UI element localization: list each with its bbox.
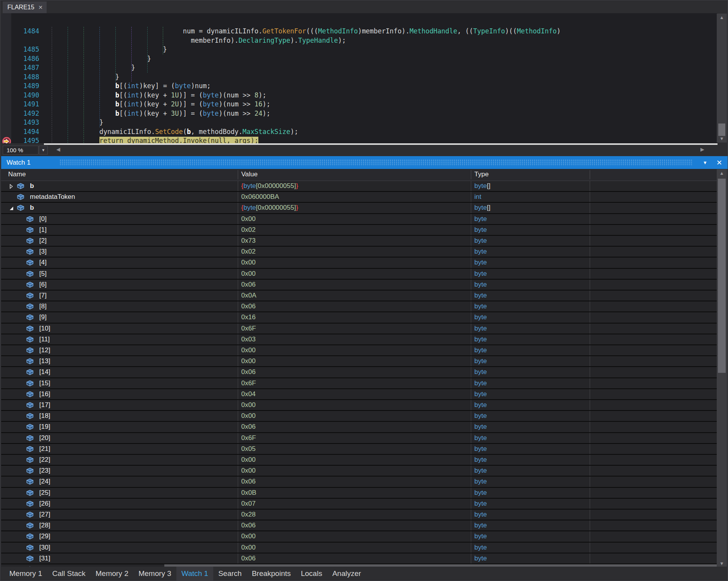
code-token: )(num >> [219,100,254,108]
watch-row[interactable]: [16]0x04byte [1,389,717,400]
code-line[interactable]: 1494 dynamicILInfo.SetCode(b, methodBody… [1,127,718,137]
tab-flare15[interactable]: FLARE15 ✕ [3,2,47,13]
tool-tab-call-stack[interactable]: Call Stack [47,567,91,581]
scroll-left-icon[interactable]: ◀ [56,146,60,152]
watch-type: byte [474,336,487,343]
watch-row[interactable]: [14]0x06byte [1,367,717,378]
tool-tab-watch-1[interactable]: Watch 1 [176,567,213,581]
code-token: num = dynamicILInfo. [183,27,263,35]
code-text: } [52,45,167,54]
watch-row[interactable]: [4]0x00byte [1,257,717,268]
watch-row[interactable]: [31]0x06byte [1,553,717,564]
watch-row[interactable]: [7]0x0Abyte [1,290,717,301]
watch-row[interactable]: [8]0x06byte [1,301,717,312]
watch-row[interactable]: [2]0x73byte [1,236,717,247]
code-line[interactable]: 1495 return dynamicMethod.Invoke(null, a… [1,136,718,143]
scroll-right-icon[interactable]: ▶ [700,146,704,152]
watch-row[interactable]: [25]0x0Bbyte [1,488,717,499]
code-token: ) [557,27,561,35]
watch-row[interactable]: [15]0x6Fbyte [1,378,717,389]
watch-row[interactable]: [10]0x6Fbyte [1,324,717,334]
watch-list[interactable]: b{byte[0x00000055]}byte[]metadataToken0x… [1,181,717,567]
column-splitter[interactable] [471,170,471,179]
column-splitter[interactable] [238,170,238,179]
watch-value: 0x06 [241,423,256,431]
watch-row[interactable]: [12]0x00byte [1,345,717,356]
watch-row[interactable]: [1]0x02byte [1,225,717,236]
code-line[interactable]: 1484 num = dynamicILInfo.GetTokenFor(((M… [1,27,718,36]
panel-menu-icon[interactable]: ▼ [703,156,707,169]
tool-tab-search[interactable]: Search [213,567,247,581]
field-icon [26,237,34,245]
watch-row[interactable]: [23]0x00byte [1,466,717,477]
watch-vscroll-thumb[interactable] [718,179,726,373]
watch-row[interactable]: [11]0x03byte [1,334,717,345]
watch-row[interactable]: [17]0x00byte [1,400,717,411]
code-line[interactable]: 1487 } [1,63,718,73]
column-splitter[interactable] [590,170,590,179]
watch-row[interactable]: [19]0x06byte [1,422,717,433]
watch-row[interactable]: metadataToken0x060000BAint [1,192,717,203]
watch-panel-header[interactable]: Watch 1 ▼ ✕ [1,156,728,169]
expander-expanded-icon[interactable] [8,205,14,211]
watch-row[interactable]: [28]0x06byte [1,520,717,531]
watch-row[interactable]: [9]0x16byte [1,312,717,323]
editor-hscroll-thumb[interactable] [44,143,718,145]
watch-row[interactable]: [21]0x05byte [1,444,717,455]
watch-row[interactable]: [18]0x00byte [1,411,717,422]
code-line[interactable]: 1485 } [1,45,718,54]
zoom-dropdown-button[interactable]: ▼ [39,146,48,155]
watch-row[interactable]: b{byte[0x00000055]}byte[] [1,203,717,214]
code-line[interactable]: 1486 } [1,54,718,64]
tool-tab-analyzer[interactable]: Analyzer [327,567,366,581]
watch-row[interactable]: [20]0x6Fbyte [1,433,717,444]
watch-row[interactable]: [29]0x00byte [1,531,717,542]
code-line[interactable]: 1493 } [1,118,718,127]
scroll-up-icon[interactable]: ▲ [717,14,727,21]
code-line[interactable]: 1490 b[(int)(key + 1U)] = (byte)(num >> … [1,91,718,100]
watch-row[interactable]: [5]0x00byte [1,269,717,280]
column-header-name[interactable]: Name [8,170,26,178]
code-line[interactable]: memberInfo).DeclaringType).TypeHandle); [1,36,718,45]
watch-row[interactable]: [26]0x07byte [1,499,717,510]
code-line[interactable]: 1489 b[(int)key] = (byte)num; [1,82,718,91]
watch-row[interactable]: b{byte[0x00000055]}byte[] [1,181,717,192]
column-header-value[interactable]: Value [241,170,258,178]
tool-tab-breakpoints[interactable]: Breakpoints [247,567,296,581]
watch-row[interactable]: [27]0x28byte [1,510,717,520]
watch-vertical-scrollbar[interactable]: ▲ ▼ [717,169,727,567]
tool-tab-locals[interactable]: Locals [296,567,327,581]
code-line[interactable]: 1491 b[(int)(key + 2U)] = (byte)(num >> … [1,100,718,109]
watch-value: 0x00 [241,270,256,278]
field-icon [26,456,34,464]
field-icon [26,379,34,387]
editor-vscroll-thumb[interactable] [718,124,725,136]
scroll-down-icon[interactable]: ▼ [717,136,727,142]
watch-row[interactable]: [6]0x06byte [1,280,717,290]
tool-tab-memory-2[interactable]: Memory 2 [91,567,133,581]
watch-row[interactable]: [0]0x00byte [1,214,717,225]
current-statement-icon[interactable] [2,137,11,143]
watch-type: byte [474,434,487,442]
zoom-level-select[interactable]: 100 % [3,146,38,155]
code-line[interactable]: 1488 } [1,73,718,82]
code-line[interactable]: 1492 b[(int)(key + 3U)] = (byte)(num >> … [1,109,718,118]
panel-close-icon[interactable]: ✕ [716,156,722,169]
watch-row[interactable]: [30]0x00byte [1,543,717,553]
watch-type: byte [474,544,487,551]
watch-row[interactable]: [22]0x00byte [1,455,717,466]
watch-type: byte[] [474,182,491,190]
expander-collapsed-icon[interactable] [8,183,14,190]
watch-row[interactable]: [24]0x06byte [1,477,717,487]
scroll-down-icon[interactable]: ▼ [717,560,727,567]
editor-vertical-scrollbar[interactable]: ▲ ▼ [717,14,727,143]
watch-row[interactable]: [3]0x02byte [1,247,717,257]
tool-tab-memory-1[interactable]: Memory 1 [4,567,47,581]
watch-row[interactable]: [13]0x00byte [1,356,717,367]
code-editor[interactable]: 1484 num = dynamicILInfo.GetTokenFor(((M… [1,13,718,143]
column-header-type[interactable]: Type [474,170,489,178]
scroll-up-icon[interactable]: ▲ [717,170,727,176]
watch-type: byte [474,248,487,256]
tool-tab-memory-3[interactable]: Memory 3 [133,567,176,581]
tab-close-icon[interactable]: ✕ [38,4,43,10]
